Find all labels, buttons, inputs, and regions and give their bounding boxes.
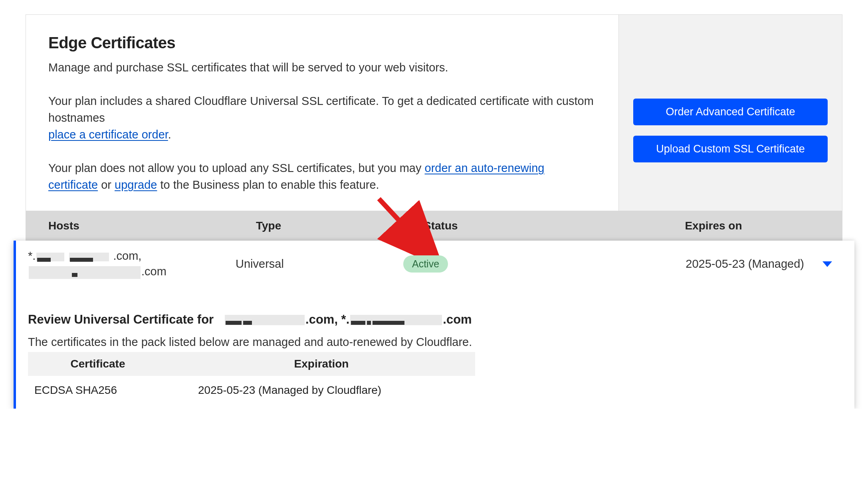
col-type: Type <box>256 219 424 232</box>
plan-includes-prefix: Your plan includes a shared Cloudflare U… <box>48 95 594 124</box>
detail-exp-value: 2025-05-23 (Managed by Cloudflare) <box>174 384 471 397</box>
order-advanced-button[interactable]: Order Advanced Certificate <box>633 99 828 125</box>
side-spacer <box>633 31 828 99</box>
detail-table-head: Certificate Expiration <box>28 352 475 376</box>
detail-title-mid: .com, *. <box>305 312 349 326</box>
chevron-down-icon <box>822 261 832 267</box>
col-hosts: Hosts <box>48 219 256 232</box>
col-status: Status <box>424 219 607 232</box>
detail-title: Review Universal Certificate for .com, *… <box>28 312 842 327</box>
plan-includes-text: Your plan includes a shared Cloudflare U… <box>48 93 596 143</box>
status-cell: Active <box>403 255 587 273</box>
redacted-icon <box>69 253 109 261</box>
plan-no-upload-text: Your plan does not allow you to upload a… <box>48 160 596 193</box>
cert-row-wrap: *. .com, .com Universal Active 2025-05-2… <box>14 241 854 408</box>
detail-table: Certificate Expiration ECDSA SHA256 2025… <box>28 352 475 405</box>
detail-table-row: ECDSA SHA256 2025-05-23 (Managed by Clou… <box>28 376 475 405</box>
detail-cert-value: ECDSA SHA256 <box>34 384 174 397</box>
detail-col-expiration: Expiration <box>168 358 475 370</box>
card-side: Order Advanced Certificate Upload Custom… <box>618 15 842 211</box>
redacted-icon <box>225 315 305 325</box>
lead-text: Manage and purchase SSL certificates tha… <box>48 59 596 76</box>
or-text: or <box>98 178 115 191</box>
col-expires: Expires on <box>607 219 820 232</box>
redacted-icon <box>29 266 141 279</box>
status-badge: Active <box>403 255 448 273</box>
edge-cert-card: Edge Certificates Manage and purchase SS… <box>26 14 842 211</box>
redacted-icon <box>350 315 442 325</box>
expand-cell[interactable] <box>804 261 832 267</box>
upgrade-link[interactable]: upgrade <box>115 178 157 191</box>
detail-subtitle: The certificates in the pack listed belo… <box>28 336 842 349</box>
host-line-2: .com <box>28 265 236 279</box>
host-line-1: *. .com, <box>28 249 236 263</box>
hosts-cell: *. .com, .com <box>28 249 236 279</box>
detail-col-certificate: Certificate <box>28 358 168 370</box>
host2-suffix: .com <box>141 265 166 278</box>
host1-prefix: *. <box>28 249 36 262</box>
place-order-link[interactable]: place a certificate order <box>48 128 168 141</box>
page-title: Edge Certificates <box>48 34 596 52</box>
plan-includes-suffix: . <box>168 128 171 141</box>
redacted-icon <box>36 253 64 261</box>
no-upload-prefix: Your plan does not allow you to upload a… <box>48 162 425 174</box>
upload-custom-button[interactable]: Upload Custom SSL Certificate <box>633 136 828 162</box>
expires-cell: 2025-05-23 (Managed) <box>587 257 804 271</box>
detail-title-prefix: Review Universal Certificate for <box>28 312 217 326</box>
no-upload-suffix: to the Business plan to enable this feat… <box>157 178 379 191</box>
card-main: Edge Certificates Manage and purchase SS… <box>26 15 618 211</box>
host1-suffix: .com, <box>113 249 141 262</box>
detail-title-suffix: .com <box>443 312 472 326</box>
cert-row[interactable]: *. .com, .com Universal Active 2025-05-2… <box>14 241 854 287</box>
cert-detail-panel: Review Universal Certificate for .com, *… <box>14 288 854 409</box>
type-cell: Universal <box>236 257 403 271</box>
cert-table-header: Hosts Type Status Expires on <box>26 211 842 241</box>
